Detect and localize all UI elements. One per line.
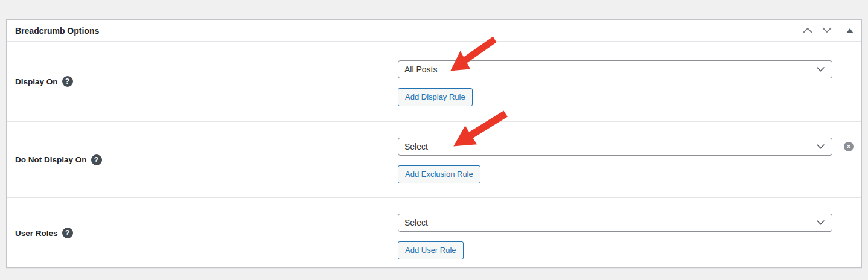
label-cell: Display On ? — [7, 42, 391, 121]
triangle-up-icon — [846, 28, 854, 33]
row-do-not-display-on: Do Not Display On ? Select Add Exclusion… — [7, 121, 861, 197]
chevron-down-icon — [822, 26, 832, 35]
chevron-down-icon — [817, 67, 825, 72]
chevron-down-icon — [817, 144, 825, 149]
help-icon[interactable]: ? — [91, 154, 102, 165]
select-value: Select — [404, 218, 428, 228]
select-value: All Posts — [404, 65, 437, 74]
dismiss-icon[interactable]: ✕ — [844, 142, 854, 151]
row-user-roles: User Roles ? Select Add User Rule — [7, 197, 861, 268]
add-user-rule-button[interactable]: Add User Rule — [398, 241, 464, 259]
field-label: Do Not Display On ? — [15, 154, 102, 165]
help-icon[interactable]: ? — [62, 76, 73, 87]
select-value: Select — [404, 142, 428, 151]
field-label: Display On ? — [15, 76, 73, 87]
help-icon[interactable]: ? — [62, 228, 73, 238]
content-cell: Select Add Exclusion Rule ✕ — [391, 122, 861, 197]
page: Breadcrumb Options — [0, 0, 868, 280]
display-on-label: Display On — [15, 77, 58, 86]
label-cell: Do Not Display On ? — [7, 122, 391, 197]
move-down-button[interactable] — [819, 23, 835, 39]
move-up-button[interactable] — [800, 23, 815, 39]
toggle-panel-button[interactable] — [838, 23, 854, 39]
label-cell: User Roles ? — [7, 198, 391, 268]
panel-header: Breadcrumb Options — [7, 20, 861, 42]
field-label: User Roles ? — [15, 228, 73, 238]
chevron-down-icon — [817, 220, 825, 225]
content-cell: Select Add User Rule — [391, 198, 861, 268]
add-exclusion-rule-button[interactable]: Add Exclusion Rule — [398, 165, 480, 183]
display-on-select[interactable]: All Posts — [398, 60, 832, 78]
user-roles-label: User Roles — [15, 229, 58, 238]
add-display-rule-button[interactable]: Add Display Rule — [398, 88, 473, 106]
panel-handle-actions — [800, 23, 854, 39]
breadcrumb-options-panel: Breadcrumb Options — [6, 19, 862, 268]
chevron-up-icon — [803, 26, 812, 35]
panel-title: Breadcrumb Options — [15, 27, 99, 35]
do-not-display-on-label: Do Not Display On — [15, 155, 87, 164]
user-roles-select[interactable]: Select — [398, 214, 832, 232]
content-cell: All Posts Add Display Rule — [391, 42, 861, 121]
row-display-on: Display On ? All Posts Add Display Rule — [7, 42, 861, 121]
do-not-display-on-select[interactable]: Select — [398, 138, 832, 156]
